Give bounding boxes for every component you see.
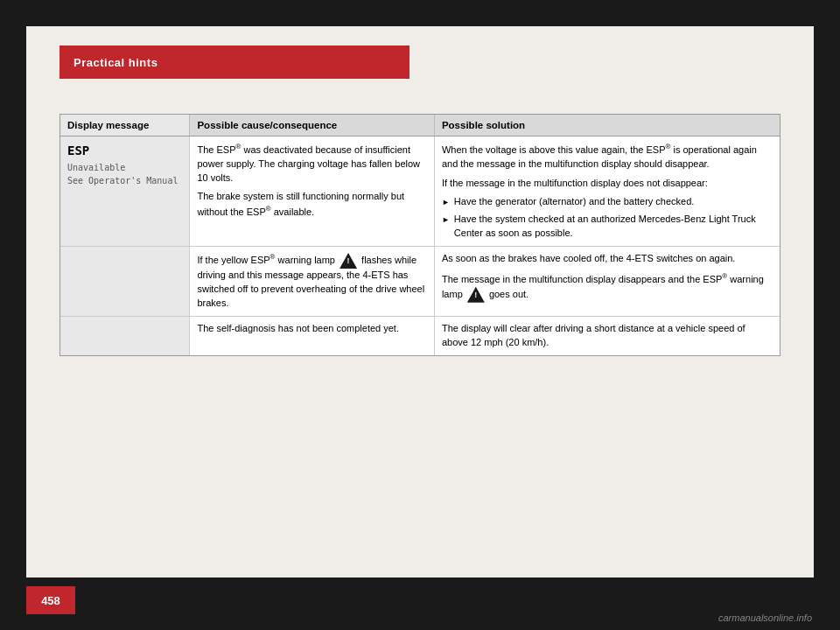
solution-cell-3: The display will clear after driving a s… — [434, 316, 780, 354]
solution-bullet-text-1c: Have the generator (alternator) and the … — [454, 195, 695, 209]
display-cell-2 — [60, 247, 190, 317]
page-number-box: 458 — [26, 586, 75, 614]
cause-text-1a: The ESP® was deactivated because of insu… — [197, 144, 420, 183]
cause-text-2a: If the yellow ESP® warning lamp flashes … — [197, 255, 424, 308]
warning-icon-2 — [467, 287, 485, 303]
header-bar: Practical hints — [60, 46, 410, 79]
display-cell-1: ESP UnavailableSee Operator's Manual — [60, 136, 190, 247]
page-title: Practical hints — [74, 56, 158, 69]
display-cell-3 — [60, 316, 190, 354]
col-header-display: Display message — [60, 115, 190, 136]
solution-cell-2: As soon as the brakes have cooled off, t… — [434, 247, 780, 317]
esp-label: ESP — [67, 142, 182, 159]
solution-text-2b: The message in the multifunction display… — [442, 271, 773, 303]
main-table-container: Display message Possible cause/consequen… — [60, 114, 780, 356]
solution-bullet-1d: Have the system checked at an authorized… — [442, 213, 773, 241]
table-row: ESP UnavailableSee Operator's Manual The… — [60, 136, 780, 247]
solution-text-1a: When the voltage is above this value aga… — [442, 144, 757, 169]
col-header-cause: Possible cause/consequence — [190, 115, 434, 136]
cause-cell-2: If the yellow ESP® warning lamp flashes … — [190, 247, 434, 317]
cause-cell-1: The ESP® was deactivated because of insu… — [190, 136, 434, 247]
solution-text-2a: As soon as the brakes have cooled off, t… — [442, 253, 736, 263]
solution-bullet-text-1d: Have the system checked at an authorized… — [454, 213, 773, 241]
esp-table: Display message Possible cause/consequen… — [60, 115, 780, 355]
page-number: 458 — [41, 594, 60, 607]
cause-cell-3: The self-diagnosis has not been complete… — [190, 316, 434, 354]
warning-icon — [340, 253, 357, 269]
solution-text-3a: The display will clear after driving a s… — [442, 323, 746, 347]
col-header-solution: Possible solution — [434, 115, 780, 136]
watermark: carmanualsonline.info — [718, 612, 812, 623]
cause-text-3a: The self-diagnosis has not been complete… — [197, 323, 399, 333]
solution-text-1b: If the message in the multifunction disp… — [442, 177, 773, 191]
unavailable-text: UnavailableSee Operator's Manual — [67, 161, 182, 187]
table-row: The self-diagnosis has not been complete… — [60, 316, 780, 354]
solution-bullet-1c: Have the generator (alternator) and the … — [442, 195, 773, 209]
solution-cell-1: When the voltage is above this value aga… — [434, 136, 780, 247]
cause-text-1b: The brake system is still functioning no… — [197, 190, 426, 220]
table-row: If the yellow ESP® warning lamp flashes … — [60, 247, 780, 317]
